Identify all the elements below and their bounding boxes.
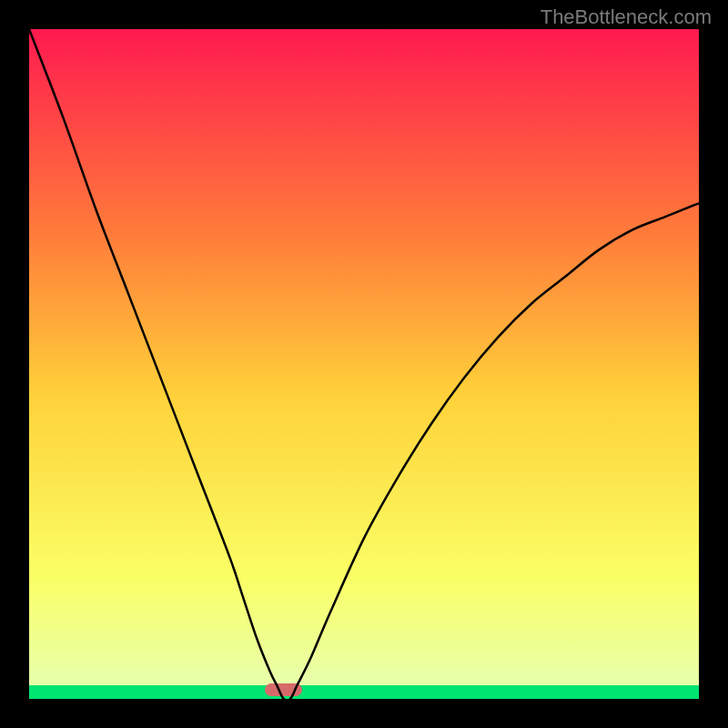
plot-area bbox=[29, 29, 699, 699]
curve-path bbox=[29, 29, 699, 699]
watermark-text: TheBottleneck.com bbox=[541, 5, 712, 29]
bottleneck-curve bbox=[29, 29, 699, 699]
chart-frame: TheBottleneck.com bbox=[0, 0, 728, 728]
